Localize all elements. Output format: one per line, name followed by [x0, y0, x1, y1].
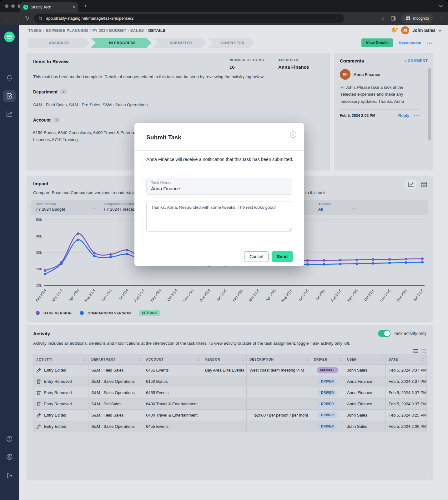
driver-badge: DRIVER [318, 378, 337, 384]
breadcrumb-separator: / [43, 28, 44, 33]
table-row[interactable]: Entry RemovedS&M : Sales Operations6455 … [33, 387, 427, 398]
close-tab-icon[interactable]: × [73, 5, 75, 9]
task-owner-field[interactable]: Task Owner Anna Finance [146, 178, 292, 195]
sort-icon[interactable]: ▴▾ [198, 357, 199, 362]
table-cell: 6455 Events [143, 387, 202, 398]
step-completed[interactable]: COMPLETED [208, 38, 255, 48]
column-header-date[interactable]: DATE▴▾ [386, 354, 427, 365]
reply-link[interactable]: Reply [398, 113, 409, 118]
svg-text:Dec 2025: Dec 2025 [396, 288, 408, 302]
incognito-badge: Incognito [401, 14, 433, 23]
breadcrumb-item[interactable]: DETAILS [148, 28, 165, 33]
table-cell: DRIVER [311, 421, 344, 432]
table-cell: Anna Finance [344, 376, 386, 387]
tasks-check-icon[interactable] [3, 90, 16, 102]
column-header-driver[interactable]: DRIVER▴▾ [311, 354, 344, 365]
breadcrumb-item[interactable]: EXPENSE PLANNING [46, 28, 88, 33]
table-cell: S&M : Sales Operations [88, 376, 143, 387]
account-filter-dropdown[interactable]: Account All [318, 202, 365, 212]
side-panel-icon[interactable] [391, 16, 396, 21]
browser-menu-icon[interactable]: ⋮ [439, 16, 444, 21]
cancel-button[interactable]: Cancel [244, 251, 269, 262]
column-header-account[interactable]: ACCOUNT▴▾ [143, 354, 202, 365]
table-view-button[interactable] [421, 182, 427, 187]
back-icon[interactable]: ← [4, 15, 10, 22]
tab-stratify-tech[interactable]: S Stratify Tech × [20, 2, 78, 12]
submit-comment-textarea[interactable]: Thanks, Anna. Responded with some tweaks… [146, 202, 292, 232]
sort-icon[interactable]: ▴▾ [381, 357, 383, 362]
sort-icon[interactable]: ▴▾ [340, 357, 341, 362]
sort-icon[interactable]: ▴▾ [84, 357, 85, 362]
step-assigned[interactable]: ASSIGNED [28, 38, 90, 48]
column-header-description[interactable]: DESCRIPTION▴▾ [247, 354, 311, 365]
column-header-activity[interactable]: ACTIVITY▴▾ [33, 354, 88, 365]
base-version-legend-dot [36, 311, 40, 315]
incognito-label: Incognito [413, 16, 429, 21]
svg-text:Oct 2024: Oct 2024 [166, 288, 178, 302]
table-row[interactable]: Entry EditedS&M : Field Sales6400 Travel… [33, 410, 427, 421]
tabstrip-chevron-icon[interactable] [439, 3, 443, 7]
sort-icon[interactable]: ▴▾ [242, 357, 244, 362]
detailed-list-icon[interactable] [413, 349, 418, 353]
comments-scrollbar[interactable] [428, 68, 431, 141]
table-cell [247, 421, 311, 432]
logout-icon[interactable] [3, 469, 16, 482]
view-details-button[interactable]: View Details [361, 38, 393, 47]
stratify-logo[interactable] [4, 32, 15, 42]
sort-icon[interactable]: ▴▾ [422, 357, 424, 362]
table-cell [247, 387, 311, 398]
base-version-dropdown[interactable]: Base Version FY 2024 Budget [36, 202, 101, 212]
column-header-user[interactable]: USER▴▾ [344, 354, 386, 365]
table-row[interactable]: Entry RemovedS&M : Pre-Sales6400 Travel … [33, 398, 427, 410]
sort-icon[interactable]: ▴▾ [306, 357, 308, 362]
user-menu-chevron-icon[interactable] [438, 28, 441, 32]
url-bar[interactable]: app.stratify-staging.net/manage/tasks/ex… [34, 14, 344, 23]
svg-text:Feb 2024: Feb 2024 [35, 288, 47, 302]
edit-icon [36, 424, 41, 429]
step-in-progress[interactable]: IN PROGRESS [91, 38, 151, 48]
svg-text:Dec 2024: Dec 2024 [199, 288, 211, 302]
table-cell: 6455 Events [143, 421, 202, 432]
task-more-icon[interactable]: ••• [427, 41, 433, 45]
bookmark-star-icon[interactable]: ☆ [381, 15, 385, 21]
base-version-legend-label: BASE VERSION [43, 311, 72, 315]
step-submitted[interactable]: SUBMITTED [153, 38, 207, 48]
add-comment-button[interactable]: + COMMENT [404, 59, 428, 63]
forward-icon[interactable]: → [15, 15, 20, 22]
svg-text:Jan 2025: Jan 2025 [216, 288, 227, 302]
column-header-department[interactable]: DEPARTMENT▴▾ [88, 354, 143, 365]
notifications-bell-icon[interactable] [3, 72, 16, 84]
modal-title: Submit Task [146, 134, 181, 141]
user-name[interactable]: John Sales [412, 28, 435, 33]
user-avatar[interactable]: JS [401, 26, 409, 34]
table-row[interactable]: Entry RemovedS&M : Sales Operations6150 … [33, 376, 427, 387]
header-notifications-button[interactable]: 1 [390, 27, 398, 34]
help-icon[interactable] [3, 432, 16, 445]
comment-more-icon[interactable]: ••• [414, 113, 420, 118]
resize-handle-icon[interactable] [289, 228, 292, 231]
column-header-vendor[interactable]: VENDOR▴▾ [202, 354, 247, 365]
reload-icon[interactable]: ↻ [25, 15, 29, 22]
table-row[interactable]: Entry EditedS&M : Field Sales6455 Events… [33, 365, 427, 376]
svg-text:Mar 2024: Mar 2024 [51, 288, 63, 302]
site-settings-icon[interactable] [38, 16, 43, 21]
send-button[interactable]: Send [272, 251, 293, 262]
task-activity-toggle[interactable] [378, 330, 390, 337]
table-row[interactable]: Entry EditedS&M : Sales Operations6455 E… [33, 421, 427, 432]
table-cell: Feb 5, 2024 3:25 PM [386, 410, 427, 421]
breadcrumb-item[interactable]: TASKS [28, 28, 42, 33]
table-cell: Entry Edited [33, 421, 88, 432]
chart-view-button[interactable] [405, 180, 416, 189]
table-cell: Feb 5, 2024 3:37 PM [386, 387, 427, 398]
table-cell: DRIVER [311, 376, 344, 387]
sort-icon[interactable]: ▴▾ [138, 357, 140, 362]
close-icon[interactable] [289, 131, 297, 138]
new-tab-button[interactable]: + [84, 3, 87, 8]
breadcrumb-item[interactable]: FY 2024 BUDGET - SALES [92, 28, 144, 33]
recalculate-link[interactable]: Recalculate [399, 41, 421, 45]
reports-trend-icon[interactable] [3, 108, 16, 120]
invite-user-icon[interactable] [3, 451, 16, 463]
compact-list-icon[interactable] [421, 349, 426, 353]
svg-text:30k: 30k [36, 251, 42, 254]
window-controls[interactable] [5, 4, 21, 8]
